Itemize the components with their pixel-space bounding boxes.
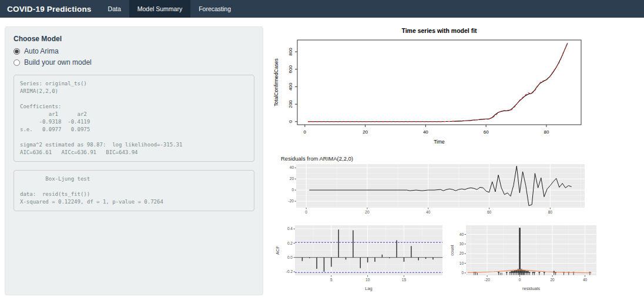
svg-text:800: 800: [288, 48, 293, 56]
svg-text:0.2: 0.2: [287, 241, 293, 245]
svg-text:0: 0: [519, 278, 521, 282]
svg-text:40: 40: [583, 278, 588, 282]
svg-text:20: 20: [365, 210, 370, 214]
svg-text:-0.2: -0.2: [286, 269, 293, 274]
svg-text:Time: Time: [434, 139, 445, 145]
svg-text:15: 15: [402, 278, 407, 282]
svg-text:40: 40: [426, 210, 431, 214]
svg-text:80: 80: [548, 210, 553, 214]
svg-text:40: 40: [459, 232, 464, 236]
svg-text:5: 5: [330, 278, 333, 282]
svg-text:40: 40: [423, 129, 428, 135]
svg-text:-20: -20: [484, 278, 490, 282]
radio-build-own-row[interactable]: Build your own model: [14, 58, 254, 66]
tab-forecasting[interactable]: Forecasting: [190, 0, 239, 18]
svg-text:20: 20: [363, 129, 368, 135]
svg-text:0: 0: [461, 271, 464, 275]
fit-plot: Time series with model fit02040608002004…: [270, 26, 644, 153]
svg-text:residuals: residuals: [522, 286, 540, 291]
svg-text:200: 200: [288, 100, 293, 108]
svg-text:Residuals from ARIMA(2,2,0): Residuals from ARIMA(2,2,0): [281, 155, 353, 162]
svg-text:0.0: 0.0: [287, 255, 293, 259]
box-ljung-output: Box-Ljung test data: resid(ts_fit()) X-s…: [14, 170, 254, 211]
svg-text:0: 0: [291, 188, 294, 192]
svg-text:400: 400: [288, 82, 293, 91]
svg-text:ACF: ACF: [275, 246, 280, 255]
svg-text:20: 20: [550, 278, 555, 282]
svg-text:0: 0: [304, 129, 307, 135]
auto-arima-label[interactable]: Auto Arima: [24, 47, 59, 55]
svg-text:Time series with model fit: Time series with model fit: [401, 27, 477, 34]
svg-text:TotalConfirmedCases: TotalConfirmedCases: [273, 58, 279, 106]
svg-text:-20: -20: [289, 199, 294, 203]
model-summary-output: Series: original_ts() ARIMA(2,2,0) Coeff…: [14, 75, 254, 162]
build-own-model-label[interactable]: Build your own model: [24, 58, 92, 66]
svg-text:10: 10: [365, 278, 370, 282]
sidebar-panel: Choose Model Auto Arima Build your own m…: [5, 26, 263, 295]
nav-tabs: Data Model Summary Forecasting: [100, 0, 240, 18]
build-own-model-radio[interactable]: [14, 59, 20, 66]
app-title: COVID-19 Predictions: [0, 0, 100, 18]
auto-arima-radio[interactable]: [14, 48, 20, 55]
acf-plot: 51015-0.20.00.20.4LagACF: [274, 221, 447, 295]
diagnostics-row: 51015-0.20.00.20.4LagACF -20020400102030…: [270, 221, 644, 295]
svg-text:10: 10: [459, 261, 464, 265]
svg-text:60: 60: [487, 210, 492, 214]
svg-text:count: count: [450, 244, 455, 255]
residual-histogram: -2002040010203040residualscount: [448, 221, 601, 295]
main-panel: Time series with model fit02040608002004…: [263, 18, 644, 295]
svg-text:40: 40: [290, 165, 294, 169]
svg-text:0: 0: [305, 210, 307, 214]
choose-model-label: Choose Model: [14, 35, 254, 43]
tab-data[interactable]: Data: [100, 0, 129, 18]
svg-text:60: 60: [484, 129, 489, 135]
svg-text:600: 600: [288, 65, 293, 74]
svg-text:Lag: Lag: [365, 286, 373, 291]
svg-text:20: 20: [290, 176, 294, 181]
svg-text:20: 20: [459, 251, 464, 255]
radio-auto-arima-row[interactable]: Auto Arima: [14, 47, 254, 55]
svg-text:0: 0: [288, 120, 293, 123]
residuals-plot: Residuals from ARIMA(2,2,0)020406080-200…: [281, 155, 644, 218]
navbar: COVID-19 Predictions Data Model Summary …: [0, 0, 644, 18]
svg-text:30: 30: [459, 242, 464, 246]
tab-model-summary[interactable]: Model Summary: [129, 0, 190, 18]
svg-text:80: 80: [544, 129, 549, 135]
svg-text:0.4: 0.4: [287, 226, 293, 231]
